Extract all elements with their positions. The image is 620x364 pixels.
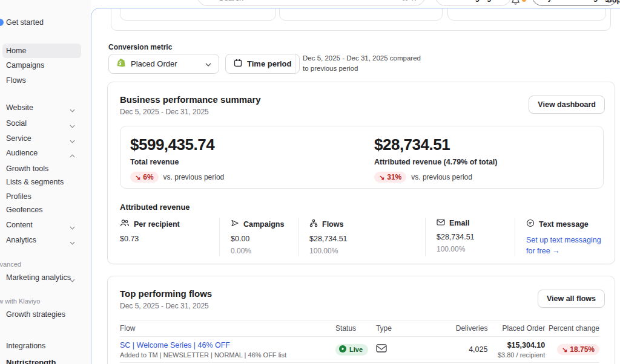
campaigns-percent: 0.00%: [231, 247, 298, 255]
conversion-metric-select[interactable]: Placed Order: [108, 54, 219, 74]
sidebar-section-grow-with-klaviyo: Grow with Klaviyo: [0, 297, 40, 305]
revenue-metrics-box: $599,435.74 Total revenue ↘6% vs. previo…: [120, 126, 604, 189]
notification-dot: [522, 0, 526, 2]
scrolled-card-1: [120, 8, 276, 21]
sidebar-item-content[interactable]: Content: [2, 218, 81, 232]
scrolled-card-2: [279, 8, 443, 21]
sidebar-item-website[interactable]: Website: [2, 100, 81, 115]
notifications-bell-icon[interactable]: [510, 0, 521, 8]
flow-name-link[interactable]: SC | Welcome Series | 46% OFF: [120, 341, 335, 349]
conversion-metric-value: Placed Order: [131, 59, 177, 68]
chevron-down-icon: [70, 122, 75, 130]
campaigns-value: $0.00: [231, 235, 298, 243]
col-flow: Flow: [120, 324, 335, 333]
sidebar-item-home[interactable]: Home: [2, 44, 81, 58]
scrolled-card-3: [447, 8, 606, 21]
attributed-revenue-columns: Per recipient $0.73 Campaigns $0.00 0.00…: [120, 218, 604, 256]
search-placeholder: Search: [219, 0, 397, 2]
sidebar-item-profiles[interactable]: Profiles: [2, 189, 81, 204]
search-icon: [206, 0, 214, 2]
chevron-down-icon: [205, 59, 211, 68]
sidebar-item-service[interactable]: Service: [2, 131, 81, 146]
col-deliveries: Deliveries: [412, 324, 488, 333]
calendar-icon: [234, 59, 242, 69]
chevron-down-icon: [70, 276, 75, 284]
search-shortcut: ⌘ K: [402, 0, 417, 2]
email-type-icon: [376, 344, 387, 354]
conversion-metric-label: Conversion metric: [108, 43, 172, 51]
shopify-icon: [116, 58, 126, 70]
view-all-flows-button[interactable]: View all flows: [538, 290, 605, 308]
attributed-revenue-section-title: Attributed revenue: [120, 203, 190, 212]
sidebar: Get started Home Campaigns Flows Website…: [0, 0, 91, 364]
sidebar-item-growth-tools[interactable]: Growth tools: [2, 161, 81, 176]
top-performing-flows-card: Top performing flows Dec 5, 2025 - Dec 3…: [107, 276, 615, 364]
placed-order-value: $15,304.10: [487, 341, 545, 349]
campaigns-column: Campaigns $0.00 0.00%: [219, 218, 298, 256]
flows-table: Flow Status Type Deliveries Placed Order…: [120, 320, 599, 363]
sidebar-item-integrations[interactable]: Integrations: [2, 339, 81, 353]
trend-down-icon: ↘: [379, 174, 384, 181]
flows-column: Flows $28,734.51 100.00%: [298, 218, 425, 256]
sidebar-item-social[interactable]: Social: [2, 116, 81, 131]
chevron-up-icon: [70, 151, 75, 160]
sidebar-item-audience[interactable]: Audience: [2, 146, 81, 160]
time-period-button[interactable]: Time period: [225, 54, 300, 74]
sidebar-item-geofences[interactable]: Geofences: [2, 203, 81, 217]
business-performance-card: Business performance summary Dec 5, 2025…: [107, 82, 615, 264]
sidebar-item-get-started[interactable]: Get started: [2, 15, 81, 30]
chevron-down-icon: [70, 238, 75, 247]
percent-change-badge: ↘18.75%: [557, 344, 599, 355]
placed-order-per-recipient: $3.80 / recipient: [487, 351, 545, 359]
text-message-column: Text message Set up text messaging for f…: [515, 218, 604, 256]
col-type: Type: [376, 324, 412, 333]
sidebar-item-analytics[interactable]: Analytics: [2, 233, 81, 247]
total-revenue-value: $599,435.74: [130, 135, 224, 154]
total-revenue-label: Total revenue: [130, 158, 224, 166]
chevron-down-icon: [70, 137, 75, 145]
trend-down-icon: ↘: [562, 346, 567, 354]
email-column: Email $28,734.51 100.00%: [425, 218, 515, 256]
text-message-icon: [526, 219, 535, 229]
attributed-revenue-label: Attributed revenue (4.79% of total): [374, 158, 498, 166]
sidebar-item-lists-segments[interactable]: Lists & segments: [2, 175, 81, 189]
trend-down-icon: ↘: [135, 174, 140, 181]
global-search-input[interactable]: Search ⌘ K: [197, 0, 426, 6]
top-flows-title: Top performing flows: [120, 288, 605, 299]
main-content-panel: Conversion metric Placed Order Time peri…: [91, 8, 620, 364]
sidebar-item-flows[interactable]: Flows: [2, 73, 81, 88]
sidebar-item-account[interactable]: Nutristrength: [6, 358, 56, 364]
per-recipient-column: Per recipient $0.73: [120, 218, 219, 256]
sidebar-item-growth-strategies[interactable]: Growth strategies: [2, 307, 81, 322]
setup-text-messaging-link[interactable]: Set up text messaging for free →: [526, 235, 604, 256]
live-play-icon: [339, 345, 346, 354]
col-status: Status: [335, 324, 376, 333]
attributed-revenue-metric: $28,734.51 Attributed revenue (4.79% of …: [374, 135, 498, 183]
chevron-down-icon: [70, 223, 75, 232]
total-revenue-change-badge: ↘6%: [130, 172, 159, 183]
sidebar-item-marketing-analytics[interactable]: Marketing analytics: [2, 270, 81, 285]
change-note: vs. previous period: [411, 173, 472, 181]
flows-table-row: SC | Welcome Series | 46% OFF Added to T…: [120, 337, 599, 363]
flows-table-header: Flow Status Type Deliveries Placed Order…: [120, 320, 599, 337]
sidebar-item-campaigns[interactable]: Campaigns: [2, 58, 81, 73]
attributed-revenue-value: $28,734.51: [374, 135, 498, 154]
chevron-down-icon: [70, 106, 75, 114]
top-flows-dates: Dec 5, 2025 - Dec 31, 2025: [120, 302, 605, 310]
email-percent: 100.00%: [437, 245, 515, 253]
send-icon: [231, 219, 239, 229]
col-placed-order: Placed Order: [487, 324, 545, 333]
flows-icon: [309, 219, 318, 229]
marketing-agent-button[interactable]: Marketing Agent: [435, 0, 512, 6]
status-live-badge: Live: [335, 344, 368, 356]
try-text-messaging-button[interactable]: Try text messaging: [532, 0, 618, 6]
support-menu[interactable]: Support: [607, 0, 620, 4]
people-icon: [120, 219, 130, 229]
attributed-revenue-change-badge: ↘31%: [374, 172, 406, 183]
date-range-note: Dec 5, 2025 - Dec 31, 2025 compared to p…: [295, 53, 423, 74]
flows-percent: 100.00%: [309, 247, 425, 255]
view-dashboard-button[interactable]: View dashboard: [529, 96, 605, 114]
col-percent-change: Percent change: [545, 324, 599, 333]
flow-detail: Added to TM | NEWSLETTER | NORMAL | 46% …: [120, 351, 335, 359]
app-window: Search ⌘ K Marketing Agent Try text mess…: [0, 0, 620, 364]
